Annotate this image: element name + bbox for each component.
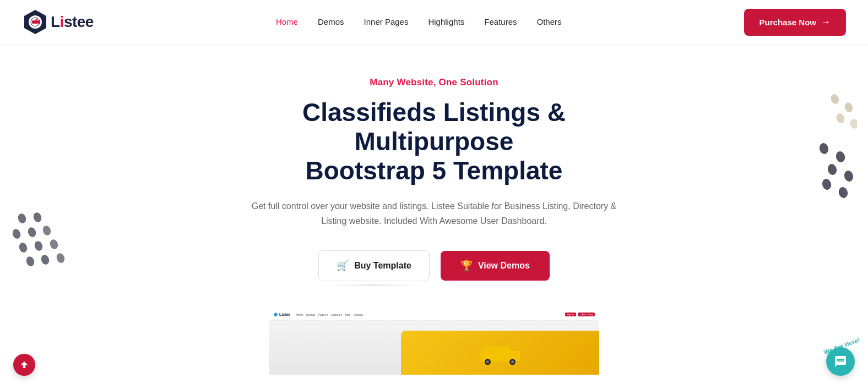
svg-point-7: [843, 101, 854, 113]
view-demos-button[interactable]: 🏆 View Demos: [441, 251, 550, 281]
nav-item-features[interactable]: Features: [484, 17, 517, 27]
nav-item-others[interactable]: Others: [537, 17, 562, 27]
award-icon: 🏆: [460, 260, 473, 272]
hero-section: Many Website, One Solution Classifieds L…: [0, 44, 868, 389]
logo-icon: [22, 9, 48, 35]
nav-item-home[interactable]: Home: [276, 17, 298, 27]
svg-point-9: [849, 118, 857, 130]
navbar: Listee Home Demos Inner Pages Highlights…: [0, 0, 868, 44]
svg-point-17: [32, 211, 42, 223]
preview-content: 🔷 Listee Home Listings Pages ▾ Category …: [269, 309, 599, 375]
svg-point-14: [821, 178, 833, 190]
nav-link-inner-pages[interactable]: Inner Pages: [364, 17, 409, 26]
preview-nav: 🔷 Listee Home Listings Pages ▾ Category …: [269, 309, 599, 321]
svg-point-12: [827, 163, 838, 176]
nav-link-others[interactable]: Others: [537, 17, 562, 26]
chat-icon: [834, 355, 847, 368]
preview-main-content: [269, 321, 599, 375]
preview-logo: 🔷 Listee: [273, 313, 290, 317]
preview-screenshot: 🔷 Listee Home Listings Pages ▾ Category …: [269, 309, 599, 375]
logo[interactable]: Listee: [22, 9, 94, 35]
preview-nav-link-2: Listings: [306, 313, 316, 316]
preview-sign-in: Sign In: [565, 313, 576, 316]
nav-link-features[interactable]: Features: [484, 17, 517, 26]
svg-point-5: [36, 19, 37, 20]
nav-item-highlights[interactable]: Highlights: [428, 17, 464, 27]
logo-text: Listee: [51, 13, 94, 31]
svg-rect-3: [34, 20, 38, 24]
hero-title-line1: Classifieds Listings & Multipurpose: [302, 98, 566, 156]
svg-rect-28: [485, 346, 510, 353]
svg-point-15: [838, 186, 849, 199]
buy-template-label: Buy Template: [354, 261, 411, 271]
svg-point-32: [511, 360, 514, 363]
svg-point-8: [835, 112, 845, 124]
arrow-up-icon: [19, 360, 29, 370]
preview-nav-link-4: Category: [331, 313, 342, 316]
svg-point-4: [38, 21, 40, 23]
car-svg: [475, 341, 525, 365]
chat-widget-button[interactable]: [826, 347, 855, 376]
decorative-dots-top-right: [769, 88, 857, 209]
preview-nav-links: Home Listings Pages ▾ Category Blog Cont…: [296, 313, 362, 316]
scroll-to-top-button[interactable]: [13, 354, 35, 376]
nav-link-home[interactable]: Home: [276, 17, 298, 26]
view-demos-label: View Demos: [478, 261, 530, 271]
hero-title-line2: Bootstrap 5 Template: [306, 156, 563, 185]
svg-point-23: [48, 238, 59, 250]
preview-nav-link-6: Contact: [353, 313, 362, 316]
purchase-now-button[interactable]: Purchase Now →: [744, 9, 846, 36]
svg-point-19: [26, 226, 37, 238]
svg-point-13: [843, 169, 855, 182]
nav-link-highlights[interactable]: Highlights: [428, 17, 464, 26]
preview-nav-btns: Sign In + Add Listing: [565, 313, 595, 316]
preview-nav-link-3: Pages ▾: [318, 313, 328, 316]
nav-item-demos[interactable]: Demos: [318, 17, 344, 27]
svg-point-31: [486, 360, 489, 363]
svg-point-20: [41, 224, 52, 237]
hero-title: Classifieds Listings & Multipurpose Boot…: [225, 98, 643, 185]
preview-add-listing: + Add Listing: [578, 313, 595, 316]
hero-tagline: Many Website, One Solution: [22, 77, 846, 88]
preview-car-image: [401, 331, 599, 375]
cart-icon: 🛒: [337, 260, 349, 272]
hero-subtitle: Get full control over your website and l…: [247, 199, 621, 228]
buy-template-wrapper: 🛒 Buy Template: [318, 250, 430, 281]
preview-nav-link-1: Home: [296, 313, 303, 316]
nav-links: Home Demos Inner Pages Highlights Featur…: [276, 17, 562, 27]
preview-nav-link-5: Blog: [345, 313, 350, 316]
purchase-button-label: Purchase Now: [760, 18, 816, 27]
svg-point-11: [835, 150, 847, 163]
arrow-icon: →: [821, 17, 831, 28]
nav-link-demos[interactable]: Demos: [318, 17, 344, 26]
cta-buttons: 🛒 Buy Template 🏆 View Demos: [22, 250, 846, 281]
buy-template-button[interactable]: 🛒 Buy Template: [318, 250, 430, 281]
svg-point-10: [818, 142, 830, 155]
svg-point-6: [829, 93, 840, 105]
nav-item-inner-pages[interactable]: Inner Pages: [364, 17, 409, 27]
svg-point-18: [11, 228, 21, 240]
svg-point-16: [17, 212, 27, 224]
